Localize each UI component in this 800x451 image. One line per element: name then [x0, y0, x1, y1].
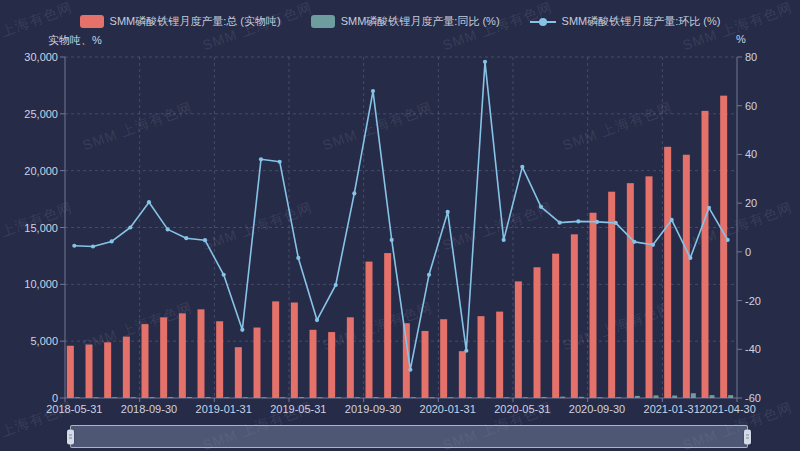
bar-yoy[interactable] — [430, 397, 435, 398]
bar-yoy[interactable] — [224, 397, 229, 398]
mom-line-marker[interactable] — [315, 318, 319, 322]
mom-line-marker[interactable] — [91, 244, 95, 248]
bar-total[interactable] — [86, 345, 93, 398]
mom-line-marker[interactable] — [296, 256, 300, 260]
bar-yoy[interactable] — [560, 397, 565, 398]
mom-line-marker[interactable] — [278, 160, 282, 164]
bar-total[interactable] — [254, 328, 261, 398]
datazoom-handle-left[interactable] — [67, 429, 74, 444]
bar-yoy[interactable] — [392, 397, 397, 398]
bar-total[interactable] — [366, 262, 373, 398]
bar-yoy[interactable] — [299, 397, 304, 398]
bar-yoy[interactable] — [598, 397, 603, 398]
mom-line-marker[interactable] — [670, 218, 674, 222]
mom-line-marker[interactable] — [203, 238, 207, 242]
mom-line-marker[interactable] — [184, 236, 188, 240]
bar-yoy[interactable] — [243, 397, 248, 398]
bar-yoy[interactable] — [728, 395, 733, 398]
bar-yoy[interactable] — [206, 397, 211, 398]
bar-total[interactable] — [534, 267, 541, 398]
bar-yoy[interactable] — [336, 397, 341, 398]
bar-yoy[interactable] — [635, 396, 640, 398]
bar-yoy[interactable] — [318, 397, 323, 398]
bar-yoy[interactable] — [187, 397, 192, 398]
mom-line-marker[interactable] — [352, 191, 356, 195]
bar-total[interactable] — [160, 317, 167, 398]
bar-yoy[interactable] — [262, 397, 267, 398]
bar-total[interactable] — [198, 309, 205, 398]
mom-line-marker[interactable] — [446, 210, 450, 214]
legend-item-total[interactable]: SMM磷酸铁锂月度产量:总 (实物吨) — [80, 14, 281, 29]
bar-total[interactable] — [235, 347, 242, 398]
bar-yoy[interactable] — [168, 397, 173, 398]
mom-line-marker[interactable] — [539, 205, 543, 209]
mom-line-marker[interactable] — [520, 165, 524, 169]
bar-total[interactable] — [422, 331, 429, 398]
mom-line-marker[interactable] — [240, 328, 244, 332]
legend-item-yoy[interactable]: SMM磷酸铁锂月度产量:同比 (%) — [311, 14, 500, 29]
bar-yoy[interactable] — [579, 397, 584, 398]
mom-line-marker[interactable] — [707, 206, 711, 210]
bar-yoy[interactable] — [355, 397, 360, 398]
mom-line-marker[interactable] — [408, 368, 412, 372]
mom-line-marker[interactable] — [259, 157, 263, 161]
mom-line-marker[interactable] — [726, 238, 730, 242]
bar-total[interactable] — [291, 303, 298, 398]
bar-yoy[interactable] — [654, 395, 659, 398]
mom-line-marker[interactable] — [483, 60, 487, 64]
bar-total[interactable] — [310, 330, 317, 398]
bar-total[interactable] — [627, 183, 634, 398]
bar-yoy[interactable] — [75, 397, 80, 398]
bar-total[interactable] — [664, 147, 671, 398]
bar-total[interactable] — [552, 254, 559, 398]
bar-yoy[interactable] — [112, 397, 117, 398]
bar-yoy[interactable] — [94, 397, 99, 398]
mom-line-marker[interactable] — [371, 89, 375, 93]
bar-yoy[interactable] — [280, 397, 285, 398]
bar-yoy[interactable] — [672, 396, 677, 398]
bar-yoy[interactable] — [616, 397, 621, 398]
bar-yoy[interactable] — [374, 397, 379, 398]
mom-line-marker[interactable] — [427, 273, 431, 277]
bar-total[interactable] — [216, 321, 223, 398]
mom-line-marker[interactable] — [390, 238, 394, 242]
bar-total[interactable] — [123, 337, 130, 398]
bar-total[interactable] — [571, 234, 578, 398]
bar-total[interactable] — [590, 213, 597, 398]
bar-yoy[interactable] — [523, 397, 528, 398]
datazoom-slider[interactable] — [70, 425, 748, 448]
legend-item-mom[interactable]: SMM磷酸铁锂月度产量:环比 (%) — [530, 14, 721, 29]
mom-line-marker[interactable] — [166, 227, 170, 231]
bar-total[interactable] — [478, 316, 485, 398]
mom-line-marker[interactable] — [595, 220, 599, 224]
bar-total[interactable] — [646, 176, 653, 398]
bar-yoy[interactable] — [486, 397, 491, 398]
bar-total[interactable] — [272, 301, 279, 398]
bar-total[interactable] — [104, 342, 111, 398]
bar-total[interactable] — [142, 324, 149, 398]
bar-total[interactable] — [384, 253, 391, 398]
bar-total[interactable] — [496, 312, 503, 398]
mom-line-marker[interactable] — [558, 221, 562, 225]
bar-total[interactable] — [515, 281, 522, 398]
bar-total[interactable] — [67, 346, 74, 398]
mom-line-marker[interactable] — [651, 243, 655, 247]
bar-yoy[interactable] — [131, 397, 136, 398]
bar-total[interactable] — [347, 317, 354, 398]
bar-total[interactable] — [179, 313, 186, 398]
bar-total[interactable] — [683, 155, 690, 398]
bar-yoy[interactable] — [448, 397, 453, 398]
mom-line-marker[interactable] — [688, 256, 692, 260]
bar-total[interactable] — [459, 351, 466, 398]
mom-line-marker[interactable] — [147, 200, 151, 204]
mom-line-marker[interactable] — [222, 273, 226, 277]
bar-yoy[interactable] — [150, 397, 155, 398]
bar-total[interactable] — [720, 96, 727, 398]
mom-line-marker[interactable] — [334, 283, 338, 287]
bar-total[interactable] — [702, 111, 709, 398]
bar-total[interactable] — [440, 319, 447, 398]
bar-yoy[interactable] — [411, 397, 416, 398]
bar-yoy[interactable] — [710, 395, 715, 398]
bar-yoy[interactable] — [691, 393, 696, 398]
bar-total[interactable] — [328, 332, 335, 398]
